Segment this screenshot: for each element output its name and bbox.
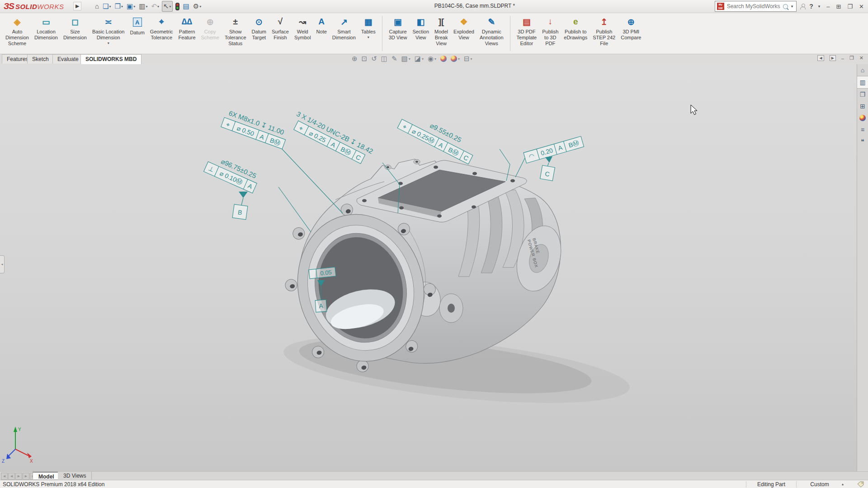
new-document-button[interactable]: ❏▾ <box>102 1 112 11</box>
ribbon-button-publish-step-242[interactable]: ↥Publish STEP 242 File <box>593 15 615 47</box>
datum-feature-c[interactable]: C <box>540 156 555 181</box>
tab-sketch[interactable]: Sketch <box>27 54 54 64</box>
rebuild-button[interactable] <box>175 2 180 11</box>
zoom-to-fit-button[interactable]: ⊕ <box>352 55 358 63</box>
home-button[interactable]: ⌂ <box>94 1 100 11</box>
tab-3d-views[interactable]: 3D Views <box>58 472 92 480</box>
taskpane-resources-button[interactable]: ⌂ <box>857 64 868 76</box>
print-button[interactable]: ▥▾ <box>138 1 148 11</box>
help-caret-icon[interactable]: ▾ <box>817 4 822 9</box>
edit-appearance-button[interactable] <box>440 56 447 62</box>
view-settings-button[interactable]: ⊟▾ <box>464 55 472 63</box>
ribbon-button-section-view[interactable]: ◧Section View <box>412 15 429 41</box>
file-properties-button[interactable]: ▤ <box>182 1 190 11</box>
ribbon-button-surface-finish[interactable]: √Surface Finish <box>272 15 289 41</box>
ribbon-button-geometric-tolerance[interactable]: ⌖Geometric Tolerance <box>150 15 173 41</box>
doc-minimize-button[interactable]: – <box>841 56 844 61</box>
tab-model[interactable]: Model <box>33 472 60 480</box>
open-button[interactable]: ❐▾ <box>114 1 124 11</box>
login-user-icon[interactable] <box>800 4 806 9</box>
chevron-down-icon[interactable]: ▾ <box>409 57 410 61</box>
chevron-down-icon[interactable]: ▾ <box>434 57 436 61</box>
chevron-down-icon[interactable]: ▾ <box>157 5 159 9</box>
restore-window-button[interactable]: ❐ <box>846 3 854 10</box>
orientation-triad[interactable]: Y X Z <box>2 427 33 464</box>
save-button[interactable]: ▣▾ <box>126 1 136 11</box>
ribbon-button-pattern-feature[interactable]: ∆∆Pattern Feature <box>179 15 196 41</box>
search-input[interactable] <box>726 3 781 10</box>
hide-show-items-button[interactable]: ◉▾ <box>428 55 436 63</box>
display-style-button[interactable]: ◪▾ <box>415 55 424 63</box>
scroll-prev-button[interactable]: ◀ <box>8 473 15 480</box>
ribbon-button-publish-to-3d-pdf[interactable]: ↓Publish to 3D PDF <box>542 15 558 47</box>
callout-thread-unc[interactable]: 3 X 1/4-20 UNC-2B ↧ 18.42 ⌖ ⌀ 0.25 A BⓂ … <box>290 110 374 166</box>
callout-hole-9-55[interactable]: ⌀9.55±0.25 ⌖ ⌀ 0.25Ⓜ A BⓂ C <box>397 109 478 164</box>
chevron-down-icon[interactable]: ▾ <box>471 57 472 61</box>
ribbon-button-smart-dimension[interactable]: ↗Smart Dimension <box>332 15 356 41</box>
fullscreen-button[interactable]: ⊞ <box>835 3 843 10</box>
taskpane-custom-properties-button[interactable]: ≡ <box>857 124 868 136</box>
ribbon-button-auto-dimension-scheme[interactable]: ◈Auto Dimension Scheme <box>5 15 29 47</box>
ribbon-button-dynamic-annotation-views[interactable]: ✎Dynamic Annotation Views <box>480 15 504 47</box>
ribbon-button-tables[interactable]: ▦Tables▾ <box>361 15 376 39</box>
dynamic-annotation-button[interactable]: ✎ <box>392 55 397 63</box>
scroll-next-button[interactable]: ▶ <box>15 473 22 480</box>
chevron-down-icon[interactable]: ▾ <box>133 5 135 9</box>
select-tool-button[interactable]: ↖▾ <box>162 1 173 12</box>
pane-right-arrow-button[interactable]: ▶ <box>830 55 836 61</box>
callout-thread-m8[interactable]: 6X M8x1.0 ↧ 11.00 ⌖ ⌀ 0.50 A BⓂ <box>221 108 289 149</box>
tag-icon[interactable] <box>857 481 864 488</box>
chevron-down-icon[interactable]: ▾ <box>109 5 111 9</box>
undo-button[interactable]: ↶▾ <box>150 1 160 11</box>
chevron-down-icon[interactable]: ▾ <box>108 41 109 45</box>
apply-scene-button[interactable]: ▾ <box>451 56 460 62</box>
taskpane-design-library-button[interactable]: ▥ <box>857 76 868 89</box>
taskpane-appearances-button[interactable] <box>857 112 868 124</box>
ribbon-button-note[interactable]: ANote <box>316 15 327 35</box>
previous-view-button[interactable]: ↺ <box>371 55 377 63</box>
chevron-down-icon[interactable]: ▾ <box>458 57 460 61</box>
search-scope-caret-icon[interactable]: ▾ <box>790 4 795 9</box>
ribbon-button-weld-symbol[interactable]: ↝Weld Symbol <box>294 15 311 41</box>
chevron-down-icon[interactable]: ▾ <box>199 5 201 9</box>
menu-expand-icon[interactable]: ▶ <box>73 2 81 10</box>
help-button[interactable]: ? <box>809 3 813 10</box>
tab-solidworks-mbd[interactable]: SOLIDWORKS MBD <box>80 54 142 64</box>
chevron-down-icon[interactable]: ▾ <box>121 5 123 9</box>
search-icon[interactable] <box>783 4 788 9</box>
ribbon-button-datum[interactable]: ADatum <box>130 15 144 36</box>
ribbon-button-exploded-view[interactable]: ❖Exploded View <box>453 15 474 41</box>
scroll-next2-button[interactable]: ▶ <box>23 473 29 480</box>
section-view-button[interactable]: ◫ <box>381 55 387 63</box>
chevron-down-icon[interactable]: ▾ <box>422 57 424 61</box>
chevron-down-icon[interactable]: ▾ <box>146 5 147 9</box>
tab-evaluate[interactable]: Evaluate <box>52 54 84 64</box>
taskpane-file-explorer-button[interactable]: ❐ <box>857 89 868 100</box>
doc-close-button[interactable]: ✕ <box>859 55 863 61</box>
zoom-to-area-button[interactable]: ⊡ <box>362 55 368 63</box>
ribbon-button-basic-location-dimension[interactable]: ≍Basic Location Dimension▾ <box>92 15 125 45</box>
scroll-first-button[interactable]: ◀ <box>1 473 8 480</box>
options-button[interactable]: ⚙▾ <box>192 1 202 11</box>
ribbon-button-model-break-view[interactable]: ][Model Break View <box>434 15 448 47</box>
chevron-down-icon[interactable]: ▾ <box>170 5 171 9</box>
ribbon-button-location-dimension[interactable]: ▭Location Dimension <box>34 15 58 41</box>
unit-system-selector[interactable]: Custom <box>799 481 840 488</box>
ribbon-button-size-dimension[interactable]: ◻Size Dimension <box>63 15 87 41</box>
ribbon-button-capture-3d-view[interactable]: ▣Capture 3D View <box>389 15 407 41</box>
close-button[interactable]: ✕ <box>858 3 865 10</box>
view-orientation-button[interactable]: ▧▾ <box>401 55 410 63</box>
callout-surface-profile[interactable]: ◠ 0.20 A BⓂ <box>524 136 584 163</box>
ribbon-button-3d-pdf-template-editor[interactable]: ▤3D PDF Template Editor <box>517 15 537 47</box>
callout-bore-96-75[interactable]: ⌀96.75±0.25 ⊥ ⌀ 0.10Ⓜ A <box>204 153 261 193</box>
taskpane-forum-button[interactable]: ❝ <box>857 136 868 147</box>
graphics-area[interactable]: BRAKE POWER BOX <box>0 64 868 471</box>
minimize-button[interactable]: – <box>825 3 831 10</box>
chevron-down-icon[interactable]: ▾ <box>368 35 369 39</box>
ribbon-button-3d-pmi-compare[interactable]: ⊕3D PMI Compare <box>621 15 641 41</box>
ribbon-button-publish-to-edrawings[interactable]: ePublish to eDrawings <box>564 15 587 41</box>
pane-left-arrow-button[interactable]: ◀ <box>817 55 824 61</box>
taskpane-view-palette-button[interactable]: ⊞ <box>857 100 868 112</box>
ribbon-button-datum-target[interactable]: ⊙Datum Target <box>252 15 266 41</box>
doc-restore-button[interactable]: ❐ <box>849 55 854 61</box>
